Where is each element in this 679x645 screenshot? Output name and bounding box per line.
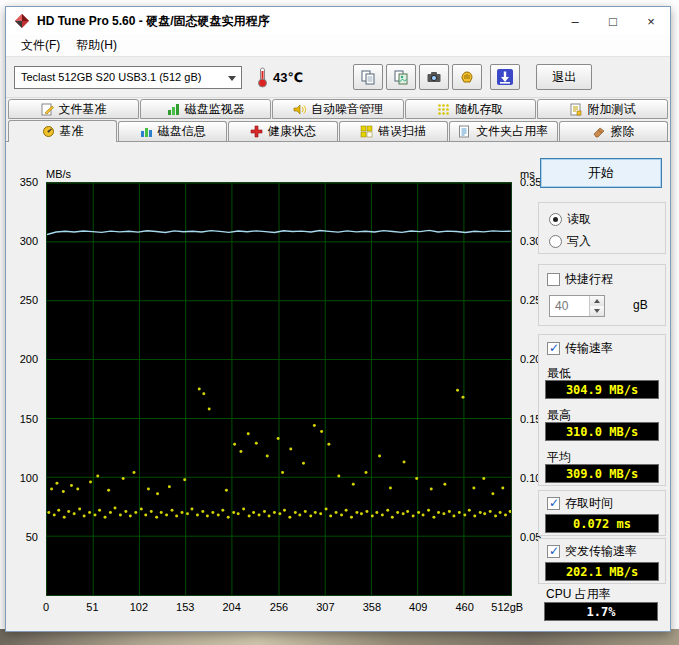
short-stroke-stepper[interactable]: 40: [549, 295, 605, 317]
tab-health[interactable]: 健康状态: [228, 121, 337, 141]
donate-button[interactable]: [452, 64, 482, 90]
avg-value-display: 309.0 MB/s: [545, 464, 659, 483]
minimize-button[interactable]: –: [556, 7, 594, 35]
access-time-checkbox[interactable]: [547, 497, 560, 510]
eraser-icon: [592, 125, 605, 138]
disk-info-icon: [140, 125, 153, 138]
window-title: HD Tune Pro 5.60 - 硬盘/固态硬盘实用程序: [37, 13, 556, 30]
copy-image-button[interactable]: [386, 64, 416, 90]
tab-erase[interactable]: 擦除: [559, 121, 668, 141]
menu-file[interactable]: 文件(F): [14, 35, 67, 56]
write-label: 写入: [567, 233, 591, 250]
transfer-rate-label: 传输速率: [565, 340, 613, 357]
camera-icon: [426, 69, 442, 85]
tab-aam[interactable]: 自动噪音管理: [272, 99, 403, 119]
write-radio[interactable]: [549, 235, 562, 248]
read-radio-row[interactable]: 读取: [549, 211, 591, 228]
download-icon: [496, 68, 514, 86]
app-window: HD Tune Pro 5.60 - 硬盘/固态硬盘实用程序 – □ × 文件(…: [5, 6, 671, 632]
thermometer-icon: [256, 66, 269, 88]
tab-label: 文件夹占用率: [476, 123, 548, 140]
tab-label: 健康状态: [268, 123, 316, 140]
tab-label: 擦除: [610, 123, 634, 140]
stepper-up-icon[interactable]: [590, 296, 604, 306]
exit-button[interactable]: 退出: [536, 64, 592, 90]
tab-random-access[interactable]: 随机存取: [405, 99, 536, 119]
burst-rate-group: 突发传输速率 202.1 MB/s: [538, 538, 666, 584]
drive-select-value: Teclast 512GB S20 USB3.1 (512 gB): [21, 71, 201, 83]
transfer-rate-checkbox[interactable]: [547, 342, 560, 355]
burst-rate-display: 202.1 MB/s: [545, 562, 659, 581]
read-radio[interactable]: [549, 213, 562, 226]
burst-rate-row[interactable]: 突发传输速率: [547, 543, 637, 560]
start-label: 开始: [588, 164, 614, 182]
toolbar-buttons: [353, 64, 482, 90]
temperature-value: 43℃: [273, 70, 303, 85]
maximize-button[interactable]: □: [594, 7, 632, 35]
extra-tests-icon: [569, 103, 582, 116]
y-axis-left-labels: 35030025020015010050: [6, 182, 42, 596]
drive-select[interactable]: Teclast 512GB S20 USB3.1 (512 gB): [14, 66, 242, 89]
tab-label: 随机存取: [455, 101, 503, 118]
tab-label: 附加测试: [587, 101, 635, 118]
tab-file-benchmark[interactable]: 文件基准: [8, 99, 139, 119]
write-radio-row[interactable]: 写入: [549, 233, 591, 250]
folder-usage-icon: [458, 125, 471, 138]
transfer-rate-row[interactable]: 传输速率: [547, 340, 613, 357]
tab-row-lower: 基准 磁盘信息 健康状态 错误扫描: [6, 119, 670, 141]
file-benchmark-icon: [41, 103, 54, 116]
access-time-display: 0.072 ms: [545, 514, 659, 533]
short-stroke-label: 快捷行程: [565, 271, 613, 288]
short-stroke-value: 40: [550, 296, 589, 316]
tab-label: 磁盘监视器: [185, 101, 245, 118]
short-stroke-checkbox[interactable]: [547, 273, 560, 286]
cpu-usage-display: 1.7%: [544, 602, 658, 621]
copy-text-button[interactable]: [353, 64, 383, 90]
title-bar: HD Tune Pro 5.60 - 硬盘/固态硬盘实用程序 – □ ×: [6, 7, 670, 35]
short-stroke-unit: gB: [633, 298, 648, 312]
access-time-group: 存取时间 0.072 ms: [538, 490, 666, 536]
health-cross-icon: [250, 125, 263, 138]
short-stroke-group: 快捷行程 40 gB: [538, 264, 666, 326]
chart-grid: [47, 183, 511, 595]
tab-disk-info[interactable]: 磁盘信息: [118, 121, 227, 141]
cpu-usage-label: CPU 占用率: [546, 586, 611, 603]
window-controls: – □ ×: [556, 7, 670, 35]
tab-label: 基准: [60, 123, 84, 140]
random-access-icon: [437, 103, 450, 116]
benchmark-icon: [42, 125, 55, 138]
close-button[interactable]: ×: [632, 7, 670, 35]
benchmark-chart: [46, 182, 512, 596]
max-value-display: 310.0 MB/s: [545, 422, 659, 441]
speaker-icon: [293, 103, 306, 116]
copy-icon: [360, 69, 376, 85]
cpu-usage-group: CPU 占用率 1.7%: [538, 586, 666, 628]
tab-disk-monitor[interactable]: 磁盘监视器: [140, 99, 271, 119]
tab-label: 自动噪音管理: [311, 101, 383, 118]
toolbar: Teclast 512GB S20 USB3.1 (512 gB) 43℃: [6, 57, 670, 97]
start-button[interactable]: 开始: [540, 158, 662, 188]
short-stroke-row[interactable]: 快捷行程: [547, 271, 613, 288]
exit-label: 退出: [552, 69, 576, 86]
access-time-row[interactable]: 存取时间: [547, 495, 613, 512]
screenshot-button[interactable]: [419, 64, 449, 90]
transfer-rate-group: 传输速率 最低 304.9 MB/s 最高 310.0 MB/s 平均 309.…: [538, 334, 666, 486]
tab-row-upper: 文件基准 磁盘监视器 自动噪音管理 随机存取: [6, 97, 670, 119]
x-axis-labels: 051102153204256307358409460512gB: [46, 601, 512, 615]
tab-extra-tests[interactable]: 附加测试: [537, 99, 668, 119]
tab-error-scan[interactable]: 错误扫描: [339, 121, 448, 141]
read-label: 读取: [567, 211, 591, 228]
burst-rate-checkbox[interactable]: [547, 545, 560, 558]
menu-help[interactable]: 帮助(H): [69, 35, 124, 56]
update-button[interactable]: [490, 64, 520, 90]
stepper-down-icon[interactable]: [590, 306, 604, 316]
tab-folder-usage[interactable]: 文件夹占用率: [449, 121, 558, 141]
y-axis-unit-left: MB/s: [46, 168, 71, 180]
stepper-arrows: [589, 296, 604, 316]
chevron-down-icon: [228, 76, 236, 81]
burst-rate-label: 突发传输速率: [565, 543, 637, 560]
hand-icon: [459, 69, 475, 85]
app-logo-icon: [14, 13, 30, 29]
tab-benchmark[interactable]: 基准: [8, 120, 117, 142]
tab-label: 错误扫描: [378, 123, 426, 140]
